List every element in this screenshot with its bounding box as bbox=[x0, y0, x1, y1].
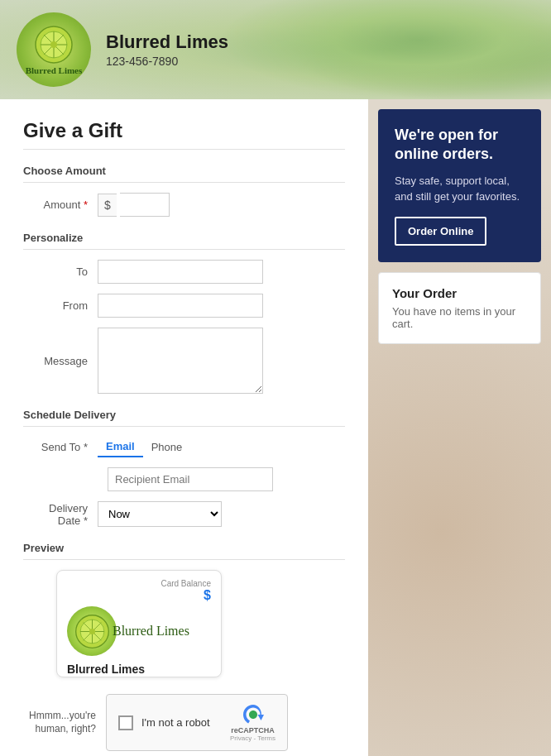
send-to-row: Send To * Email Phone bbox=[23, 437, 345, 457]
card-balance-label: Card Balance bbox=[161, 579, 211, 588]
to-label: To bbox=[23, 266, 98, 278]
captcha-box[interactable]: I'm not a robot reCAPTCHA Privacy - Term… bbox=[106, 694, 288, 751]
your-order-card: Your Order You have no items in your car… bbox=[378, 272, 541, 344]
schedule-delivery-section: Schedule Delivery Send To * Email Phone bbox=[23, 409, 345, 527]
preview-section: Preview Card Balance $ bbox=[23, 542, 345, 677]
header-info: Blurred Limes 123-456-7890 bbox=[106, 31, 228, 68]
to-row: To bbox=[23, 260, 345, 284]
page-wrapper: Give a Gift Choose Amount Amount * $ bbox=[0, 99, 551, 756]
personalize-label: Personalize bbox=[23, 232, 345, 250]
card-bottom-name: Blurred Limes bbox=[67, 663, 211, 676]
online-order-subtitle: Stay safe, support local, and still get … bbox=[395, 173, 525, 205]
message-row: Message bbox=[23, 328, 345, 394]
captcha-prompt-label: Hmmm...you're human, right? bbox=[23, 710, 106, 735]
amount-wrapper: $ bbox=[98, 193, 170, 217]
your-order-empty: You have no items in your cart. bbox=[392, 305, 527, 330]
form-panel: Give a Gift Choose Amount Amount * $ bbox=[0, 99, 368, 756]
page-title: Give a Gift bbox=[23, 119, 345, 150]
online-order-card: We're open for online orders. Stay safe,… bbox=[378, 109, 541, 262]
amount-label: Amount * bbox=[23, 199, 98, 211]
message-textarea[interactable] bbox=[98, 328, 263, 394]
dollar-sign: $ bbox=[98, 194, 117, 217]
choose-amount-label: Choose Amount bbox=[23, 165, 345, 183]
card-name: Blurred Limes bbox=[113, 624, 189, 639]
delivery-date-label: Delivery Date * bbox=[23, 502, 98, 527]
header-phone: 123-456-7890 bbox=[106, 55, 228, 68]
from-row: From bbox=[23, 294, 345, 318]
from-label: From bbox=[23, 299, 98, 312]
preview-label: Preview bbox=[23, 542, 345, 560]
delivery-date-row: Delivery Date * Now Schedule for Later bbox=[23, 501, 345, 527]
captcha-links[interactable]: Privacy - Terms bbox=[230, 734, 276, 742]
send-to-tab-group: Email Phone bbox=[98, 437, 190, 457]
svg-point-13 bbox=[89, 628, 94, 634]
delivery-date-select[interactable]: Now Schedule for Later bbox=[98, 501, 222, 527]
header-bg bbox=[220, 0, 551, 99]
send-to-label: Send To * bbox=[23, 441, 98, 453]
captcha-row: Hmmm...you're human, right? I'm not a ro… bbox=[23, 694, 345, 751]
online-order-title: We're open for online orders. bbox=[395, 126, 525, 165]
message-label: Message bbox=[23, 355, 98, 367]
content-row: Give a Gift Choose Amount Amount * $ bbox=[0, 99, 551, 756]
right-panel: We're open for online orders. Stay safe,… bbox=[368, 99, 551, 756]
recipient-email-row bbox=[108, 467, 345, 491]
card-balance-value: $ bbox=[161, 588, 211, 603]
captcha-checkbox[interactable] bbox=[118, 715, 133, 730]
amount-input[interactable] bbox=[120, 193, 170, 217]
schedule-delivery-label: Schedule Delivery bbox=[23, 409, 345, 427]
card-logo-circle bbox=[67, 606, 117, 656]
header-title: Blurred Limes bbox=[106, 31, 228, 53]
header: Blurred Limes Blurred Limes 123-456-7890 bbox=[0, 0, 551, 99]
recipient-email-input[interactable] bbox=[108, 467, 273, 491]
gift-card-preview: Card Balance $ bbox=[56, 570, 222, 677]
email-tab[interactable]: Email bbox=[98, 437, 143, 457]
your-order-title: Your Order bbox=[392, 286, 527, 300]
order-online-button[interactable]: Order Online bbox=[395, 217, 486, 246]
logo-circle: Blurred Limes bbox=[17, 12, 91, 87]
amount-row: Amount * $ bbox=[23, 193, 345, 217]
captcha-logo: reCAPTCHA Privacy - Terms bbox=[230, 703, 276, 742]
from-input[interactable] bbox=[98, 294, 263, 318]
captcha-text: I'm not a robot bbox=[141, 716, 222, 729]
captcha-brand: reCAPTCHA bbox=[231, 726, 275, 734]
to-input[interactable] bbox=[98, 260, 263, 284]
logo-script-text: Blurred Limes bbox=[26, 65, 83, 75]
card-logo-area: Blurred Limes bbox=[67, 606, 211, 656]
svg-point-6 bbox=[50, 41, 57, 48]
personalize-section: Personalize To From Message bbox=[23, 232, 345, 394]
choose-amount-section: Choose Amount Amount * $ bbox=[23, 165, 345, 217]
phone-tab[interactable]: Phone bbox=[143, 437, 191, 457]
